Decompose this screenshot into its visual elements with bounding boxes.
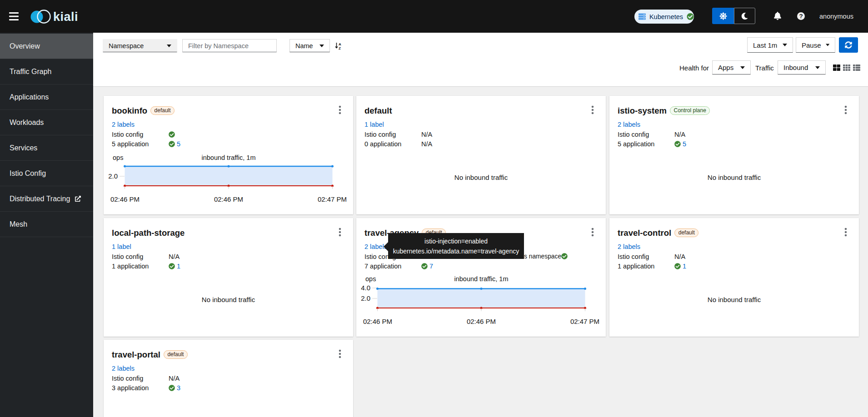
svg-text:inbound traffic, 1m: inbound traffic, 1m bbox=[454, 275, 508, 283]
svg-text:02:47 PM: 02:47 PM bbox=[318, 195, 347, 203]
svg-text:4.0: 4.0 bbox=[361, 284, 370, 292]
svg-text:ops: ops bbox=[113, 154, 123, 161]
svg-text:02:47 PM: 02:47 PM bbox=[570, 318, 599, 325]
svg-text:Z: Z bbox=[339, 46, 341, 50]
svg-text:02:46 PM: 02:46 PM bbox=[214, 195, 243, 203]
svg-text:02:46 PM: 02:46 PM bbox=[467, 318, 496, 325]
svg-text:02:46 PM: 02:46 PM bbox=[110, 195, 140, 203]
svg-text:2.0: 2.0 bbox=[361, 294, 370, 302]
svg-text:02:46 PM: 02:46 PM bbox=[363, 318, 392, 325]
svg-text:2.0: 2.0 bbox=[108, 172, 118, 180]
svg-text:inbound traffic, 1m: inbound traffic, 1m bbox=[201, 154, 255, 161]
svg-text:ops: ops bbox=[365, 275, 376, 283]
